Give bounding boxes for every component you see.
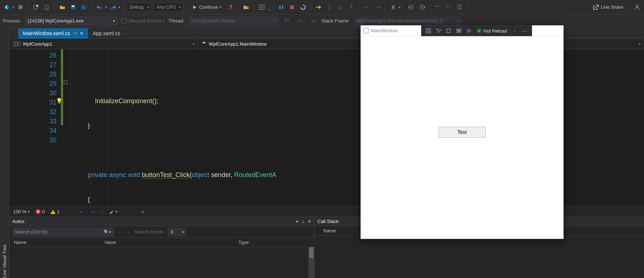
pause-icon[interactable] [277,3,286,12]
pin-icon[interactable]: ⊣ [73,31,77,35]
scroll-left-icon[interactable]: ◄ [140,209,145,214]
left-tool-rail[interactable]: Live Visual Tree [0,28,9,278]
error-count[interactable]: ✕0 [36,209,45,214]
search-prev-icon: ← [117,229,122,235]
class-icon [201,41,207,46]
select-element-icon[interactable] [434,26,443,35]
screenshot-icon[interactable] [257,3,266,12]
undo-icon[interactable] [95,3,104,12]
nav-back-icon[interactable] [2,3,12,12]
nav-project[interactable]: C# WpfCoreApp1 [9,39,198,49]
continue-button[interactable]: Continue ▾ [190,3,224,12]
save-all-icon[interactable] [79,3,89,12]
overlay-collapse-icon[interactable]: ‹ [510,26,519,35]
svg-point-11 [340,8,341,9]
undo2-icon [362,3,371,12]
process-combo[interactable]: [14156] WpfCoreApp1.exe [25,17,117,25]
thread-label: Thread: [169,18,185,24]
save-icon[interactable] [68,3,78,12]
live-share-button[interactable]: Live Share [590,4,626,10]
collapse-box-icon[interactable]: − [64,80,68,84]
svg-point-22 [468,30,470,32]
csharp-badge-icon: C# [13,42,21,46]
svg-rect-4 [72,5,74,7]
fold-column[interactable]: − [63,49,70,206]
close-icon[interactable]: ✕ [80,31,83,36]
brush-icon[interactable]: ▾ [109,209,117,214]
redo-icon[interactable] [108,3,118,12]
svg-text:": " [437,5,439,9]
tab-mainwindow[interactable]: MainWindow.xaml.cs ⊣ ✕ [18,28,88,38]
search-icon[interactable]: 🔍▾ [104,229,111,235]
autos-title: Autos [12,219,24,224]
play-icon [192,5,197,9]
overlay-min-icon[interactable]: — [520,26,529,35]
outdent-icon[interactable] [417,3,427,12]
hot-reload-indicator[interactable]: ✓ Hot Reload [474,28,509,34]
callstack-body[interactable] [315,236,644,278]
threads2-icon [308,16,318,26]
open-icon[interactable] [58,3,67,12]
svg-rect-7 [279,5,281,9]
hot-reload-flame-icon[interactable] [226,3,235,12]
nav-back-drop[interactable]: ▾ [12,5,14,9]
uncomment-icon[interactable]: " [444,3,453,12]
autos-body[interactable] [9,247,314,278]
running-app-window[interactable]: MainWindow Test [361,25,564,239]
restart-icon[interactable] [298,3,308,12]
stackframe-combo[interactable]: WpfCoreApp1.MainWindow.buttonTest_C [353,17,462,25]
threads-icon [295,16,305,26]
app-icon [363,28,369,33]
next-issue-icon[interactable]: → [90,208,96,215]
display-layout-icon[interactable] [444,26,453,35]
track-focus-icon[interactable] [454,26,464,35]
lightbulb-icon[interactable]: 💡 [56,98,63,104]
in-app-toolbar[interactable]: ✓ Hot Reload ‹ — [421,25,532,36]
svg-point-1 [18,5,23,10]
lifecycle-label: Lifecycle Events [128,18,162,24]
autos-search[interactable]: Search (Ctrl+E) 🔍▾ [12,228,114,236]
new-project-icon[interactable] [31,3,41,12]
zoom-combo[interactable]: 100 %▾ [13,209,30,214]
platform-combo[interactable]: Any CPU [153,3,183,12]
show-next-icon[interactable] [314,3,323,12]
prev-issue-icon[interactable]: ← [78,208,84,215]
settings-icon[interactable] [464,26,474,35]
step-out-icon [346,3,356,12]
undo-drop[interactable]: ▾ [105,5,107,9]
goto-live-tree-icon[interactable] [424,26,433,35]
step-over-icon [336,3,345,12]
svg-point-3 [36,5,38,7]
warning-count[interactable]: !1 [50,209,59,214]
stop-icon[interactable] [287,3,297,12]
autos-header[interactable]: NameValueType [9,238,314,247]
comment-icon[interactable]: "" [433,3,443,12]
panel-close-icon[interactable]: ✕ [308,219,311,224]
bookmark-icon[interactable] [455,3,464,12]
user-icon[interactable] [632,3,642,12]
config-combo[interactable]: Debug [126,3,152,12]
test-button[interactable]: Test [439,127,486,138]
depth-combo[interactable]: 3 [168,228,186,236]
live-visual-tree-tab[interactable]: Live Visual Tree [2,31,7,278]
thread-combo[interactable]: [16232] Main Thread [188,17,279,25]
nav-fwd-icon[interactable] [16,3,25,12]
intellicode-icon[interactable] [389,3,398,12]
panel-menu-icon[interactable]: ▾ [296,219,298,224]
tab-appxaml[interactable]: App.xaml.cs [88,28,125,38]
indent-icon[interactable] [407,3,416,12]
find-in-files-icon[interactable] [241,3,251,12]
home-icon[interactable] [42,3,51,12]
svg-rect-19 [447,29,450,33]
stackframe-label: Stack Frame: [321,18,349,24]
process-label: Process: [3,18,21,24]
panel-pin-icon[interactable]: ⊥ [301,219,305,224]
svg-rect-17 [121,19,126,23]
flag-icon [282,16,292,26]
redo2-icon [373,3,382,12]
callstack-title: Call Stack [317,219,339,224]
lifecycle-icon [121,18,126,24]
step-into-icon [325,3,334,12]
redo-drop[interactable]: ▾ [119,5,120,9]
scrollbar[interactable] [308,247,314,278]
